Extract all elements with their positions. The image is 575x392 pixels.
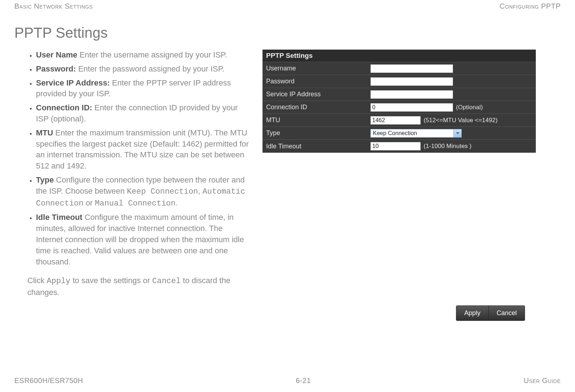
footer-left: ESR600H/ESR750H — [14, 377, 83, 385]
desc-type-mid1: , — [198, 186, 202, 195]
cancel-button[interactable]: Cancel — [488, 306, 525, 320]
list-item: User Name Enter the username assigned by… — [36, 50, 252, 61]
term-serviceip: Service IP Address: — [36, 78, 110, 87]
hint-optional: (Optional) — [456, 104, 483, 111]
mtu-input[interactable] — [370, 116, 421, 125]
closing-paragraph: Click Apply to save the settings or Canc… — [27, 275, 252, 298]
connection-id-input[interactable] — [370, 103, 453, 112]
chevron-down-icon[interactable] — [454, 129, 462, 138]
term-idle: Idle Timeout — [36, 213, 82, 222]
button-row: Apply Cancel — [456, 305, 525, 321]
term-password: Password: — [36, 64, 76, 73]
pptp-settings-panel: PPTP Settings Username Password Service … — [263, 50, 536, 153]
hint-idle-range: (1-1000 Minutes ) — [424, 143, 471, 150]
hint-mtu-range: (512<=MTU Value <=1492) — [424, 117, 498, 124]
label-connid: Connection ID — [263, 103, 370, 111]
closing-apply: Apply — [47, 277, 70, 286]
apply-button[interactable]: Apply — [456, 306, 488, 320]
term-mtu: MTU — [36, 128, 53, 137]
label-idle: Idle Timeout — [263, 143, 370, 150]
header-left: Basic Network Settings — [14, 2, 93, 10]
desc-mtu: Enter the maximum transmission unit (MTU… — [36, 128, 249, 170]
panel-title: PPTP Settings — [263, 50, 536, 62]
term-type: Type — [36, 175, 54, 184]
username-input[interactable] — [370, 64, 453, 73]
term-connid: Connection ID: — [36, 103, 92, 112]
closing-cancel: Cancel — [152, 277, 181, 286]
desc-type-mid2: or — [83, 198, 95, 207]
term-username: User Name — [36, 50, 77, 59]
footer-right: User Guide — [524, 377, 561, 385]
closing-pre: Click — [27, 276, 47, 285]
label-password: Password — [263, 78, 370, 85]
mono-manual-connection: Manual Connection — [95, 199, 175, 208]
label-username: Username — [263, 65, 370, 72]
desc-password: Enter the password assigned by your ISP. — [76, 64, 224, 73]
footer-center: 6-21 — [296, 377, 311, 385]
list-item: Connection ID: Enter the connection ID p… — [36, 102, 252, 125]
label-type: Type — [263, 129, 370, 137]
list-item: Type Configure the connection type betwe… — [36, 175, 252, 209]
label-serviceip: Service IP Address — [263, 91, 370, 98]
desc-username: Enter the username assigned by your ISP. — [77, 50, 227, 59]
label-mtu: MTU — [263, 116, 370, 124]
password-input[interactable] — [370, 77, 453, 86]
list-item: Idle Timeout Configure the maximum amoun… — [36, 212, 252, 267]
list-item: Service IP Address: Enter the PPTP serve… — [36, 78, 252, 100]
mono-keep-connection: Keep Connection — [127, 187, 198, 196]
type-select[interactable]: Keep Connection — [370, 129, 462, 138]
description-list: User Name Enter the username assigned by… — [14, 50, 252, 267]
closing-mid: to save the settings or — [70, 276, 152, 285]
idle-timeout-input[interactable] — [370, 142, 421, 151]
list-item: Password: Enter the password assigned by… — [36, 64, 252, 75]
desc-type-post: . — [175, 198, 178, 207]
section-title: PPTP Settings — [14, 25, 561, 41]
list-item: MTU Enter the maximum transmission unit … — [36, 128, 252, 172]
type-select-value[interactable]: Keep Connection — [370, 129, 454, 138]
service-ip-input[interactable] — [370, 90, 453, 99]
header-right: Configuring PPTP — [499, 2, 561, 10]
